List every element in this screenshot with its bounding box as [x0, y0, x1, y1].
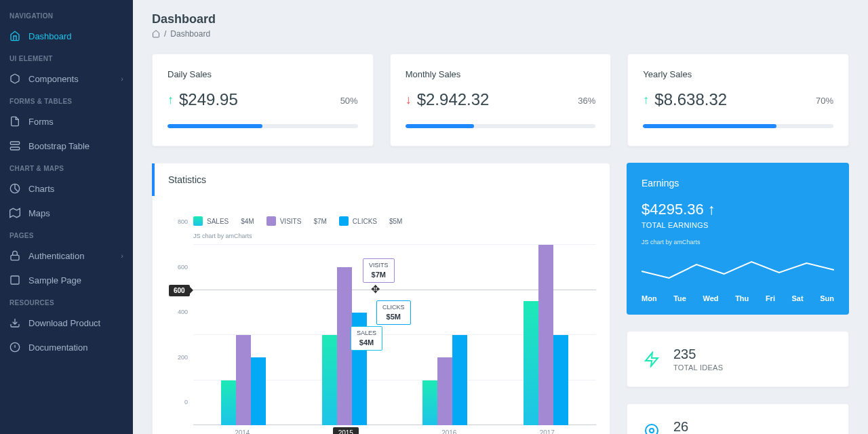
bar-sales[interactable] [524, 301, 538, 425]
legend-value: $5M [389, 218, 402, 225]
stat-amount: $2.942.32 [417, 90, 490, 109]
sidebar-item-forms[interactable]: Forms [0, 109, 133, 134]
chevron-right-icon: › [121, 75, 123, 83]
svg-rect-5 [11, 276, 19, 284]
bar-group[interactable] [420, 335, 469, 425]
legend-swatch [267, 216, 276, 226]
bar-visits[interactable] [538, 245, 553, 425]
legend-value: $4M [241, 218, 254, 225]
earnings-day: Tue [673, 294, 686, 302]
bar-visits[interactable] [236, 335, 251, 425]
bar-visits[interactable] [437, 357, 452, 425]
stat-value: ↓ $2.942.32 [406, 90, 490, 109]
sidebar-section-chart: CHART & MAPS [0, 158, 133, 176]
server-icon [9, 140, 20, 151]
legend-swatch [193, 216, 203, 226]
info-card: 235 TOTAL IDEAS [627, 331, 849, 387]
earnings-day: Thu [735, 294, 749, 302]
chart-legend: SALES$4MVISITS$7MCLICKS$5M [193, 216, 596, 226]
svg-rect-1 [10, 147, 19, 150]
earnings-card: Earnings $4295.36 ↑ TOTAL EARNINGS JS ch… [627, 163, 849, 315]
info-num: 235 [673, 347, 723, 362]
sidebar-item-label: Sample Page [28, 275, 81, 285]
sidebar-item-download[interactable]: Download Product [0, 311, 133, 335]
earnings-amount: $4295.36 [642, 201, 704, 218]
chart-bars [193, 245, 596, 425]
legend-item[interactable]: SALES [193, 216, 229, 226]
chart-ytick: 600 [178, 264, 188, 271]
sidebar-section-pages: PAGES [0, 225, 133, 243]
sidebar-item-label: Maps [28, 208, 50, 218]
sidebar-item-bootstrap-table[interactable]: Bootstrap Table [0, 134, 133, 158]
stat-card: Yearly Sales ↑ $8.638.32 70% [627, 54, 849, 146]
bar-visits[interactable] [337, 267, 352, 425]
bar-group[interactable] [521, 245, 570, 425]
sidebar-item-label: Bootstrap Table [28, 141, 90, 151]
sidebar-item-documentation[interactable]: Documentation [0, 335, 133, 359]
legend-swatch [339, 216, 349, 226]
sidebar-item-sample-page[interactable]: Sample Page [0, 268, 133, 292]
sidebar-item-label: Authentication [28, 251, 84, 261]
svg-marker-3 [10, 208, 20, 217]
chart-ytick: 0 [184, 399, 188, 406]
chart-cursor-badge: 600 [169, 285, 190, 296]
chart-yaxis: 0200400600800 [166, 245, 191, 425]
earnings-title: Earnings [642, 178, 834, 189]
box-icon [9, 73, 20, 84]
chart-tooltip-visits: VISITS$7M [363, 258, 395, 283]
legend-item[interactable]: CLICKS [339, 216, 377, 226]
home-icon[interactable] [152, 30, 160, 38]
file-icon [9, 116, 20, 127]
sidebar-section-navigation: NAVIGATION [0, 5, 133, 24]
stat-pct: 50% [340, 96, 358, 106]
sidebar-item-maps[interactable]: Maps [0, 201, 133, 225]
home-icon [9, 31, 20, 41]
sidebar-item-components[interactable]: Components › [0, 66, 133, 91]
sidebar-item-label: Forms [28, 117, 54, 127]
sidebar-item-label: Dashboard [28, 31, 72, 41]
earnings-credit: JS chart by amCharts [642, 239, 834, 245]
legend-label: VISITS [280, 218, 302, 225]
bar-group[interactable] [219, 335, 268, 425]
progress-bar [167, 124, 262, 128]
breadcrumb: / Dashboard [152, 29, 849, 39]
bar-sales[interactable] [322, 335, 337, 425]
move-cursor-icon: ✥ [371, 283, 380, 296]
pin-icon [642, 422, 661, 435]
chart-ytick: 800 [178, 218, 188, 225]
doc-icon [9, 342, 20, 353]
page-title: Dashboard [152, 12, 849, 26]
sidebar: NAVIGATION Dashboard UI ELEMENT Componen… [0, 0, 133, 434]
sidebar-item-dashboard[interactable]: Dashboard [0, 24, 133, 48]
bar-sales[interactable] [221, 380, 236, 426]
statistics-chart[interactable]: 02004006008002014201520162017600VISITS$7… [166, 245, 596, 434]
earnings-day: Fri [766, 294, 775, 302]
bar-clicks[interactable] [553, 335, 568, 425]
sidebar-section-forms: FORMS & TABLES [0, 91, 133, 109]
progress-track [643, 124, 833, 128]
earnings-day: Wed [703, 294, 719, 302]
bar-clicks[interactable] [251, 357, 266, 425]
stat-card-title: Daily Sales [167, 69, 358, 79]
stat-cards-row: Daily Sales ↑ $249.95 50% Monthly Sales … [152, 54, 849, 146]
sidebar-item-label: Components [28, 74, 79, 84]
progress-track [406, 124, 596, 128]
legend-item[interactable]: VISITS [267, 216, 302, 226]
progress-bar [643, 124, 776, 128]
chart-xlabel: 2015 [333, 427, 359, 434]
svg-marker-8 [646, 353, 658, 366]
earnings-sparkline [642, 252, 834, 286]
sidebar-item-charts[interactable]: Charts [0, 176, 133, 201]
main: Dashboard / Dashboard Daily Sales ↑ $249… [133, 0, 868, 434]
breadcrumb-current: Dashboard [170, 29, 210, 39]
svg-point-9 [650, 429, 654, 433]
sidebar-item-authentication[interactable]: Authentication › [0, 243, 133, 268]
chart-xlabel: 2016 [441, 425, 456, 434]
sidebar-section-ui: UI ELEMENT [0, 48, 133, 66]
bar-clicks[interactable] [452, 335, 467, 425]
download-icon [9, 317, 20, 328]
stat-amount: $8.638.32 [654, 90, 727, 109]
page-header: Dashboard / Dashboard [133, 0, 868, 39]
bar-sales[interactable] [422, 380, 437, 426]
earnings-day: Sat [792, 294, 804, 302]
